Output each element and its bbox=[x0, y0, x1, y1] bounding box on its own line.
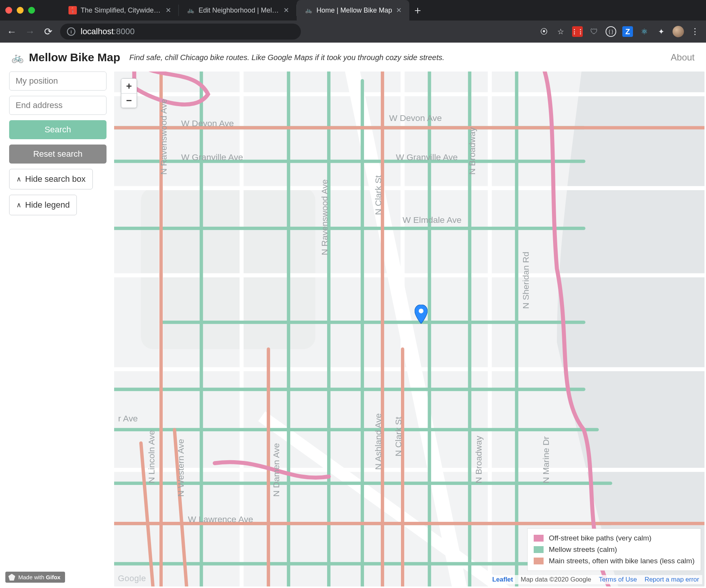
browser-menu-icon[interactable]: ⋮ bbox=[690, 26, 701, 37]
app-header: 🚲 Mellow Bike Map Find safe, chill Chica… bbox=[0, 43, 706, 68]
attribution-terms-link[interactable]: Terms of Use bbox=[599, 576, 637, 583]
browser-tab-3[interactable]: 🚲 Home | Mellow Bike Map ✕ bbox=[297, 0, 409, 21]
forward-button[interactable]: → bbox=[24, 25, 37, 38]
svg-text:N Broadway: N Broadway bbox=[474, 435, 483, 483]
legend-label: Off-street bike paths (very calm) bbox=[549, 534, 652, 542]
site-info-icon[interactable]: i bbox=[67, 27, 75, 36]
chevron-up-icon: ∧ bbox=[16, 201, 21, 209]
tab-title: The Simplified, Citywide Mellow bbox=[81, 6, 162, 14]
bookmark-star-icon[interactable]: ☆ bbox=[555, 26, 566, 37]
hide-legend-button[interactable]: ∧ Hide legend bbox=[9, 195, 77, 215]
legend-row: Mellow streets (calm) bbox=[534, 544, 695, 555]
browser-tabs: 📍 The Simplified, Citywide Mellow ✕ 🚲 Ed… bbox=[61, 0, 701, 21]
new-tab-button[interactable]: ＋ bbox=[409, 0, 426, 21]
legend-swatch-green bbox=[534, 546, 544, 553]
search-button[interactable]: Search bbox=[9, 120, 107, 139]
map-pin-icon: 📍 bbox=[68, 6, 77, 14]
svg-text:N Ashland Ave: N Ashland Ave bbox=[373, 413, 383, 470]
hide-legend-label: Hide legend bbox=[25, 200, 70, 210]
hide-search-box-label: Hide search box bbox=[25, 174, 86, 184]
reload-button[interactable]: ⟳ bbox=[42, 25, 55, 38]
zoom-control: + − bbox=[121, 78, 137, 108]
start-address-input[interactable] bbox=[9, 72, 107, 91]
window-controls bbox=[5, 7, 35, 14]
sidebar: Search Reset search ∧ Hide search box ∧ … bbox=[0, 72, 114, 588]
extension-circle-icon[interactable]: { } bbox=[606, 26, 616, 37]
map[interactable]: ➤ bbox=[114, 72, 704, 586]
app-root: 🚲 Mellow Bike Map Find safe, chill Chica… bbox=[0, 43, 706, 588]
bike-icon: 🚲 bbox=[304, 6, 313, 14]
close-window-button[interactable] bbox=[5, 7, 12, 14]
tab-title: Home | Mellow Bike Map bbox=[316, 6, 392, 14]
location-icon[interactable]: ⦿ bbox=[539, 26, 549, 37]
zoom-in-button[interactable]: + bbox=[121, 79, 137, 93]
svg-text:W Lawrence Ave: W Lawrence Ave bbox=[188, 514, 253, 524]
svg-text:N Western Ave: N Western Ave bbox=[176, 439, 186, 497]
toolbar-icons: ⦿ ☆ ⋮⋮ 🛡 { } Z ⚛ ✦ ⋮ bbox=[539, 26, 701, 37]
extension-react-icon[interactable]: ⚛ bbox=[639, 26, 650, 37]
window-titlebar: 📍 The Simplified, Citywide Mellow ✕ 🚲 Ed… bbox=[0, 0, 706, 21]
leaflet-link[interactable]: Leaflet bbox=[492, 576, 513, 583]
back-button[interactable]: ← bbox=[5, 25, 18, 38]
hide-search-box-button[interactable]: ∧ Hide search box bbox=[9, 169, 93, 189]
svg-text:N Damen Ave: N Damen Ave bbox=[271, 443, 281, 497]
maximize-window-button[interactable] bbox=[28, 7, 35, 14]
app-title: Mellow Bike Map bbox=[29, 51, 120, 64]
attribution-mapdata: Map data ©2020 Google bbox=[521, 576, 592, 583]
svg-text:W Devon Ave: W Devon Ave bbox=[181, 118, 234, 128]
app-body: Search Reset search ∧ Hide search box ∧ … bbox=[0, 68, 706, 588]
reset-search-button[interactable]: Reset search bbox=[9, 145, 107, 164]
legend-row: Main streets, often with bike lanes (les… bbox=[534, 555, 695, 567]
zoom-out-button[interactable]: − bbox=[121, 93, 137, 108]
chevron-up-icon: ∧ bbox=[16, 175, 21, 183]
svg-text:N Lincoln Ave: N Lincoln Ave bbox=[146, 430, 156, 483]
svg-text:N Ravenswood Ave: N Ravenswood Ave bbox=[320, 179, 329, 255]
svg-text:N Ravenswood Ave: N Ravenswood Ave bbox=[159, 99, 169, 175]
url-text: localhost:8000 bbox=[81, 27, 135, 37]
extension-zotero-icon[interactable]: Z bbox=[622, 26, 633, 37]
map-attribution: Leaflet Map data ©2020 Google Terms of U… bbox=[489, 575, 702, 584]
svg-text:N Clark St: N Clark St bbox=[373, 175, 383, 215]
profile-avatar[interactable] bbox=[673, 26, 684, 37]
bike-icon: 🚲 bbox=[186, 6, 195, 14]
legend-swatch-pink bbox=[534, 535, 544, 542]
svg-text:W Granville Ave: W Granville Ave bbox=[181, 152, 243, 162]
attribution-report-link[interactable]: Report a map error bbox=[644, 576, 699, 583]
map-legend: Off-street bike paths (very calm) Mellow… bbox=[528, 529, 701, 571]
legend-label: Main streets, often with bike lanes (les… bbox=[549, 557, 695, 565]
about-link[interactable]: About bbox=[671, 52, 695, 63]
legend-row: Off-street bike paths (very calm) bbox=[534, 532, 695, 544]
browser-toolbar: ← → ⟳ i localhost:8000 ⦿ ☆ ⋮⋮ 🛡 { } Z ⚛ … bbox=[0, 21, 706, 43]
svg-text:N Marine Dr: N Marine Dr bbox=[541, 436, 551, 483]
svg-text:N Broadway: N Broadway bbox=[467, 127, 477, 175]
tagline: Find safe, chill Chicago bike routes. Li… bbox=[129, 53, 444, 62]
extensions-puzzle-icon[interactable]: ✦ bbox=[656, 26, 666, 37]
address-bar[interactable]: i localhost:8000 bbox=[60, 24, 301, 40]
end-address-input[interactable] bbox=[9, 96, 107, 115]
extension-ublock-icon[interactable]: 🛡 bbox=[589, 26, 599, 37]
gifox-watermark: Made with Gifox bbox=[5, 572, 65, 583]
svg-text:N Sheridan Rd: N Sheridan Rd bbox=[521, 252, 531, 309]
brand: 🚲 Mellow Bike Map bbox=[11, 51, 120, 64]
extension-1password-icon[interactable]: ⋮⋮ bbox=[572, 26, 583, 37]
svg-text:W Granville Ave: W Granville Ave bbox=[396, 152, 458, 162]
svg-text:W Elmdale Ave: W Elmdale Ave bbox=[402, 215, 461, 225]
browser-tab-2[interactable]: 🚲 Edit Neighborhood | Mellow Bik ✕ bbox=[179, 0, 297, 21]
tab-title: Edit Neighborhood | Mellow Bik bbox=[199, 6, 280, 14]
svg-text:r Ave: r Ave bbox=[118, 413, 138, 423]
legend-swatch-salmon bbox=[534, 558, 544, 564]
close-icon[interactable]: ✕ bbox=[165, 6, 171, 14]
legend-label: Mellow streets (calm) bbox=[549, 545, 617, 554]
close-icon[interactable]: ✕ bbox=[396, 6, 402, 14]
minimize-window-button[interactable] bbox=[17, 7, 24, 14]
map-canvas: W Devon Ave W Devon Ave W Granville Ave … bbox=[114, 72, 704, 586]
browser-tab-1[interactable]: 📍 The Simplified, Citywide Mellow ✕ bbox=[61, 0, 179, 21]
google-watermark: Google bbox=[118, 574, 146, 583]
close-icon[interactable]: ✕ bbox=[283, 6, 289, 14]
bike-logo-icon: 🚲 bbox=[11, 52, 24, 64]
svg-text:N Clark St: N Clark St bbox=[393, 416, 403, 456]
browser-chrome: 📍 The Simplified, Citywide Mellow ✕ 🚲 Ed… bbox=[0, 0, 706, 43]
svg-text:W Devon Ave: W Devon Ave bbox=[389, 113, 442, 123]
